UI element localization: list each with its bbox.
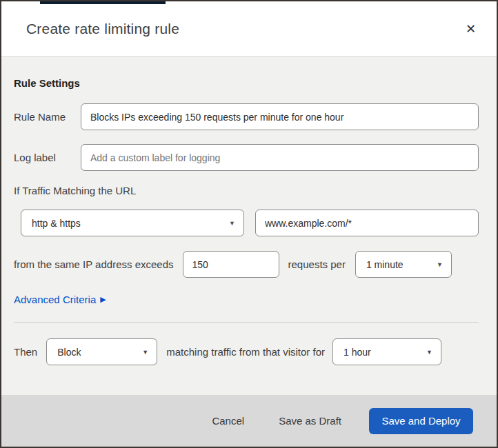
duration-dropdown-value: 1 hour bbox=[343, 347, 421, 358]
advanced-criteria-link[interactable]: Advanced Criteria ▶ bbox=[14, 294, 106, 305]
requests-per-text: requests per bbox=[288, 258, 346, 270]
modal-footer: Cancel Save as Draft Save and Deploy bbox=[1, 395, 497, 447]
expand-arrow-icon: ▶ bbox=[100, 295, 106, 304]
chevron-down-icon: ▼ bbox=[142, 349, 148, 356]
chevron-down-icon: ▼ bbox=[426, 349, 432, 356]
close-icon[interactable]: ✕ bbox=[461, 20, 480, 38]
rate-limiting-modal: Create rate limiting rule ✕ Rule Setting… bbox=[0, 0, 498, 448]
log-label-row: Log label bbox=[14, 144, 479, 171]
modal-body: Rule Settings Rule Name Log label If Tra… bbox=[1, 57, 497, 395]
then-label: Then bbox=[14, 346, 37, 358]
scheme-dropdown[interactable]: http & https ▼ bbox=[21, 210, 244, 236]
scheme-url-row: http & https ▼ bbox=[21, 210, 479, 236]
threshold-row: from the same IP address exceeds request… bbox=[14, 251, 479, 278]
modal-title: Create rate limiting rule bbox=[26, 21, 461, 37]
period-dropdown[interactable]: 1 minute ▼ bbox=[355, 251, 452, 278]
section-divider bbox=[14, 322, 479, 323]
duration-dropdown[interactable]: 1 hour ▼ bbox=[332, 338, 441, 365]
save-and-deploy-button[interactable]: Save and Deploy bbox=[369, 408, 473, 434]
then-middle-text: matching traffic from that visitor for bbox=[166, 346, 325, 358]
period-dropdown-value: 1 minute bbox=[366, 259, 431, 270]
url-pattern-input[interactable] bbox=[255, 210, 479, 236]
rule-name-input[interactable] bbox=[81, 103, 479, 130]
action-dropdown-value: Block bbox=[57, 347, 137, 358]
scheme-dropdown-value: http & https bbox=[32, 218, 223, 229]
save-as-draft-button[interactable]: Save as Draft bbox=[272, 409, 348, 432]
rule-name-row: Rule Name bbox=[14, 103, 479, 130]
traffic-match-intro: If Traffic Matching the URL bbox=[14, 185, 479, 196]
rule-name-label: Rule Name bbox=[14, 111, 81, 123]
cancel-button[interactable]: Cancel bbox=[205, 409, 251, 432]
log-label-input[interactable] bbox=[81, 144, 479, 171]
background-page-sliver bbox=[40, 1, 166, 4]
advanced-criteria-label: Advanced Criteria bbox=[14, 294, 96, 305]
action-dropdown[interactable]: Block ▼ bbox=[46, 338, 157, 365]
exceeds-text: from the same IP address exceeds bbox=[14, 258, 174, 270]
rule-settings-heading: Rule Settings bbox=[14, 77, 479, 89]
modal-header: Create rate limiting rule ✕ bbox=[1, 1, 497, 57]
request-count-input[interactable] bbox=[183, 251, 279, 278]
then-row: Then Block ▼ matching traffic from that … bbox=[14, 338, 479, 365]
chevron-down-icon: ▼ bbox=[229, 220, 235, 227]
chevron-down-icon: ▼ bbox=[437, 261, 443, 268]
log-label-label: Log label bbox=[14, 152, 81, 163]
